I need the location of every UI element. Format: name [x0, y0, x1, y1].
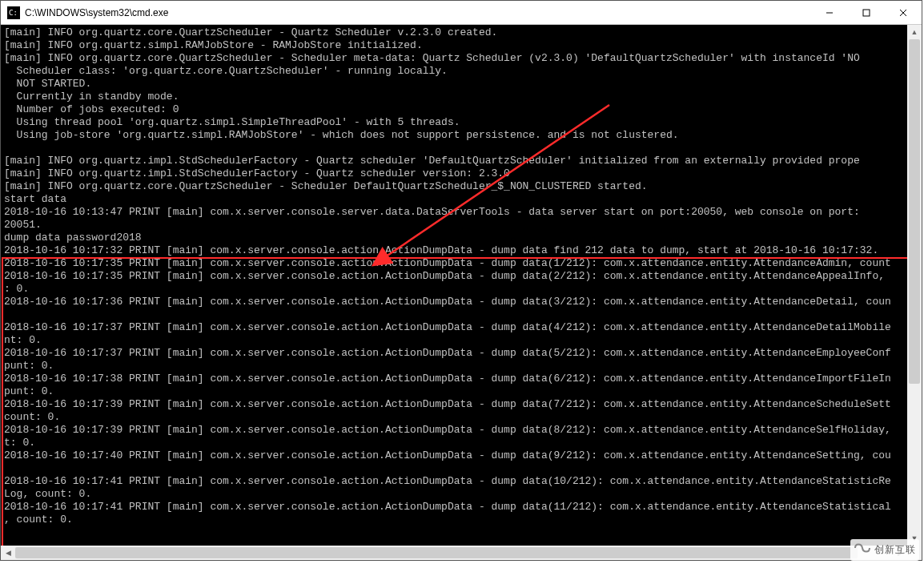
terminal-line: [main] INFO org.quartz.core.QuartzSchedu… — [4, 26, 907, 39]
terminal-line — [4, 142, 907, 155]
titlebar[interactable]: C: C:\WINDOWS\system32\cmd.exe — [1, 1, 922, 25]
terminal-line: punt: 0. — [4, 385, 907, 398]
terminal-line: 2018-10-16 10:13:47 PRINT [main] com.x.s… — [4, 206, 907, 219]
close-button[interactable] — [885, 1, 922, 24]
scroll-up-button[interactable]: ▲ — [907, 25, 922, 39]
terminal-line: 2018-10-16 10:17:38 PRINT [main] com.x.s… — [4, 373, 907, 385]
terminal-line: 2018-10-16 10:17:32 PRINT [main] com.x.s… — [4, 244, 907, 257]
terminal-line: [main] INFO org.quartz.impl.StdScheduler… — [4, 155, 907, 167]
terminal-line: , count: 0. — [4, 514, 907, 526]
terminal-line: nt: 0. — [4, 334, 907, 347]
svg-text:C:: C: — [9, 9, 18, 17]
watermark: 创新互联 — [850, 539, 919, 561]
terminal-line: [main] INFO org.quartz.core.QuartzSchedu… — [4, 180, 907, 193]
horizontal-scroll-thumb[interactable] — [15, 547, 858, 558]
watermark-text: 创新互联 — [874, 543, 916, 557]
terminal-line — [4, 462, 907, 475]
terminal-line: 2018-10-16 10:17:41 PRINT [main] com.x.s… — [4, 501, 907, 514]
terminal-line: 2018-10-16 10:17:41 PRINT [main] com.x.s… — [4, 475, 907, 488]
terminal-line: count: 0. — [4, 411, 907, 424]
cmd-window: C: C:\WINDOWS\system32\cmd.exe [main] IN… — [0, 0, 922, 561]
terminal-line: Using thread pool 'org.quartz.simpl.Simp… — [4, 116, 907, 129]
window-controls — [811, 1, 922, 24]
horizontal-scrollbar[interactable]: ◀ ▶ — [1, 546, 907, 560]
terminal-line: t: 0. — [4, 437, 907, 449]
terminal-line: 2018-10-16 10:17:36 PRINT [main] com.x.s… — [4, 296, 907, 308]
watermark-logo-icon — [854, 541, 871, 559]
terminal-line: 20051. — [4, 219, 907, 232]
close-icon — [899, 9, 907, 17]
terminal-line: 2018-10-16 10:17:39 PRINT [main] com.x.s… — [4, 398, 907, 411]
terminal-line: Log, count: 0. — [4, 488, 907, 501]
terminal-line: 2018-10-16 10:17:40 PRINT [main] com.x.s… — [4, 449, 907, 462]
terminal-line: Number of jobs executed: 0 — [4, 103, 907, 116]
terminal-line: [main] INFO org.quartz.impl.StdScheduler… — [4, 167, 907, 180]
vertical-scrollbar[interactable]: ▲ ▼ — [907, 25, 922, 546]
terminal-line: 2018-10-16 10:17:35 PRINT [main] com.x.s… — [4, 270, 907, 283]
terminal-line: dump data password2018 — [4, 232, 907, 244]
terminal-line: start data — [4, 193, 907, 206]
terminal-line: NOT STARTED. — [4, 78, 907, 91]
minimize-icon — [826, 9, 834, 17]
terminal-line: 2018-10-16 10:17:37 PRINT [main] com.x.s… — [4, 321, 907, 334]
terminal-line: Using job-store 'org.quartz.simpl.RAMJob… — [4, 129, 907, 142]
terminal-line: : 0. — [4, 283, 907, 296]
terminal-line: Scheduler class: 'org.quartz.core.Quartz… — [4, 65, 907, 78]
maximize-button[interactable] — [848, 1, 885, 24]
terminal-area: [main] INFO org.quartz.core.QuartzSchedu… — [1, 25, 922, 560]
vertical-scroll-track[interactable] — [907, 39, 922, 531]
window-title: C:\WINDOWS\system32\cmd.exe — [25, 7, 168, 18]
terminal-line: punt: 0. — [4, 360, 907, 373]
vertical-scroll-thumb[interactable] — [909, 39, 920, 384]
svg-rect-3 — [863, 10, 870, 16]
scroll-left-button[interactable]: ◀ — [1, 546, 15, 560]
terminal-line: 2018-10-16 10:17:35 PRINT [main] com.x.s… — [4, 257, 907, 270]
terminal-output[interactable]: [main] INFO org.quartz.core.QuartzSchedu… — [1, 25, 907, 546]
terminal-line: 2018-10-16 10:17:39 PRINT [main] com.x.s… — [4, 424, 907, 437]
terminal-line — [4, 308, 907, 321]
minimize-button[interactable] — [811, 1, 848, 24]
terminal-line: Currently in standby mode. — [4, 91, 907, 103]
terminal-line: [main] INFO org.quartz.core.QuartzSchedu… — [4, 52, 907, 65]
cmd-icon: C: — [7, 6, 20, 19]
terminal-line: 2018-10-16 10:17:37 PRINT [main] com.x.s… — [4, 347, 907, 360]
maximize-icon — [862, 9, 870, 17]
horizontal-scroll-track[interactable] — [15, 546, 893, 560]
terminal-line: [main] INFO org.quartz.simpl.RAMJobStore… — [4, 39, 907, 52]
